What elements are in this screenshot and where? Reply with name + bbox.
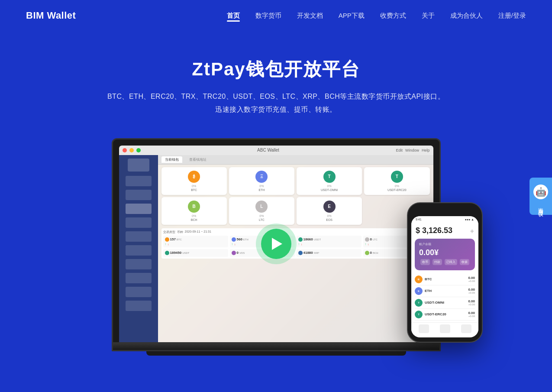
sidebar-nav-7[interactable]	[126, 259, 152, 269]
sidebar-nav-6[interactable]	[126, 245, 152, 256]
coin-card-ltc[interactable]: L 0% LTC	[229, 197, 294, 225]
ltc-amount-label: 0	[370, 237, 372, 241]
xrp-amount: 41880	[303, 251, 313, 255]
app-tab-2[interactable]: 查看钱地址	[186, 156, 210, 163]
bch-unit: BCH	[373, 252, 378, 254]
btc-label: BTC	[165, 188, 223, 191]
usdt-erc-label: USDT-ERC20	[368, 188, 426, 191]
usdt-up: ↑	[298, 243, 300, 246]
phone-btc-amount: 0.00	[468, 276, 475, 280]
phone-time: 9:41	[416, 218, 422, 221]
play-button[interactable]	[261, 229, 291, 259]
balance-usdt-omni: 18660 USDT ↑ ↓	[297, 236, 362, 247]
mac-menu-file[interactable]: Edit	[396, 148, 403, 152]
phone-btc-icon: B	[415, 275, 423, 283]
coin-card-eos[interactable]: E 0% EOS	[297, 197, 362, 225]
float-sidebar-label: 咨询与建议	[537, 204, 545, 208]
navbar: BIM Wallet 首页 数字货币 开发文档 APP下载 收费方式 关于 成为…	[0, 0, 552, 31]
mac-menu-help[interactable]: Help	[422, 148, 430, 152]
ltc-pct: 0%	[232, 214, 291, 217]
phone-coin-row-usdt-erc20[interactable]: T USDT-ERC20 0.00 +0.00	[415, 309, 475, 321]
filter-date[interactable]: 2020-09-11 ~ 21:31	[185, 230, 211, 234]
sidebar-logo	[128, 159, 149, 172]
laptop-body: ABC Wallet Edit Window Help	[112, 138, 441, 343]
sidebar-nav-5[interactable]	[126, 231, 152, 242]
laptop-base	[112, 343, 441, 351]
phone-btc-name: BTC	[425, 277, 432, 281]
phone-body: 9:41 ●●● ▲ $ 3,126.53 + 账户余额 0.00¥ 收币	[407, 202, 483, 343]
phone-usdt-erc20-change: +0.00	[468, 315, 475, 317]
phone-nav-wallet[interactable]	[419, 324, 429, 333]
btc-icon: ₿	[188, 171, 200, 183]
phone-coin-row-btc[interactable]: B BTC 0.00 +0.00	[415, 274, 475, 285]
bch-label: BCH	[165, 218, 223, 221]
nav-item-about[interactable]: 关于	[422, 12, 435, 20]
hero-subtitle-line1: BTC、ETH、ERC20、TRX、TRC20、USDT、EOS、LTC、XRP…	[9, 90, 543, 103]
phone-coin-row-eth[interactable]: E ETH 0.00 +0.00	[415, 285, 475, 297]
mac-titlebar: ABC Wallet Edit Window Help	[119, 146, 433, 155]
phone-action-transfer-in[interactable]: 已转入	[445, 259, 457, 265]
phone-mockup: 9:41 ●●● ▲ $ 3,126.53 + 账户余额 0.00¥ 收币	[407, 202, 483, 343]
usdt-erc-pct: 0%	[368, 185, 426, 188]
nav-item-docs[interactable]: 开发文档	[297, 12, 323, 20]
phone-add-btn[interactable]: +	[470, 227, 474, 235]
phone-action-receive[interactable]: 收币	[420, 259, 430, 265]
float-sidebar[interactable]: 🤖 咨询与建议	[529, 178, 552, 215]
coin-card-bch[interactable]: B 0% BCH	[161, 197, 227, 225]
app-sidebar	[119, 155, 158, 342]
mac-minimize-btn[interactable]	[129, 148, 134, 152]
ltc-label: LTC	[232, 218, 291, 221]
app-tab-active[interactable]: 当前钱包	[161, 156, 182, 163]
nav-item-home[interactable]: 首页	[227, 12, 240, 20]
sidebar-nav-3[interactable]	[126, 204, 152, 214]
nav-item-partner[interactable]: 成为合伙人	[450, 12, 483, 20]
sidebar-nav-4[interactable]	[126, 217, 152, 228]
xrp-dot	[298, 251, 303, 255]
bch-pct: 0%	[165, 214, 223, 217]
mac-close-btn[interactable]	[123, 148, 127, 152]
sidebar-nav-1[interactable]	[126, 176, 152, 186]
coin-card-usdt-omni[interactable]: T 0% USDT-OMNI	[297, 167, 362, 195]
sidebar-nav-10[interactable]	[126, 301, 152, 311]
device-showcase: ABC Wallet Edit Window Help	[0, 130, 552, 356]
phone-status-bar: 9:41 ●●● ▲	[411, 216, 478, 223]
usdt-omni-label: USDT-OMNI	[300, 188, 358, 191]
nav-item-crypto[interactable]: 数字货币	[255, 12, 281, 20]
phone-coin-btc-left: B BTC	[415, 275, 432, 283]
phone-nav-settings[interactable]	[461, 324, 471, 333]
filter-type[interactable]: 交易类型	[163, 230, 175, 234]
transaction-section: 交易类型 币种 2020-09-11 ~ 21:31 157	[161, 228, 430, 259]
phone-action-pay[interactable]: 付款	[433, 259, 442, 265]
usdt-erc-unit: USDT	[182, 252, 189, 254]
phone-usdt-omni-name: USDT-OMNI	[425, 301, 444, 305]
coin-card-eth[interactable]: Ξ 0% ETH	[229, 167, 294, 195]
btc-arrows: ↑ ↓	[165, 243, 226, 246]
nav-item-register[interactable]: 注册/登录	[498, 12, 526, 20]
usdt-arrows: ↑ ↓	[298, 243, 360, 246]
sidebar-nav-8[interactable]	[126, 273, 152, 283]
phone-usdt-omni-change: +0.00	[468, 303, 475, 306]
filter-coin[interactable]: 币种	[177, 230, 183, 234]
phone-action-receipt[interactable]: 收据	[460, 259, 469, 265]
phone-nav-cards[interactable]	[440, 324, 450, 333]
sidebar-nav-2[interactable]	[126, 190, 152, 200]
eth-dot	[232, 237, 236, 242]
nav-item-pricing[interactable]: 收费方式	[380, 12, 406, 20]
phone-coin-row-usdt-omni[interactable]: T USDT-OMNI 0.00 +0.00	[415, 297, 475, 309]
btc-unit: BTC	[177, 238, 182, 241]
mac-menu-window[interactable]: Window	[405, 148, 419, 152]
phone-usdt-erc20-icon: T	[415, 311, 423, 318]
usdt-unit: USDT	[314, 238, 321, 241]
sidebar-nav-9[interactable]	[126, 287, 152, 297]
xrp-unit: XRP	[314, 252, 319, 254]
nav-item-app[interactable]: APP下载	[339, 12, 365, 20]
coin-card-usdt-erc20[interactable]: T 0% USDT-ERC20	[364, 167, 429, 195]
eos-pct: 0%	[300, 214, 358, 217]
ltc-unit-label: LTC	[373, 238, 378, 241]
phone-btc-change: +0.00	[468, 280, 475, 282]
app-tabs: 当前钱包 查看钱地址	[158, 155, 433, 165]
mac-maximize-btn[interactable]	[136, 148, 141, 152]
coin-card-btc[interactable]: ₿ 0% BTC	[161, 167, 227, 195]
ltc-down: ↓	[368, 243, 369, 246]
coin-cards-grid: ₿ 0% BTC Ξ 0% ETH	[158, 165, 433, 227]
